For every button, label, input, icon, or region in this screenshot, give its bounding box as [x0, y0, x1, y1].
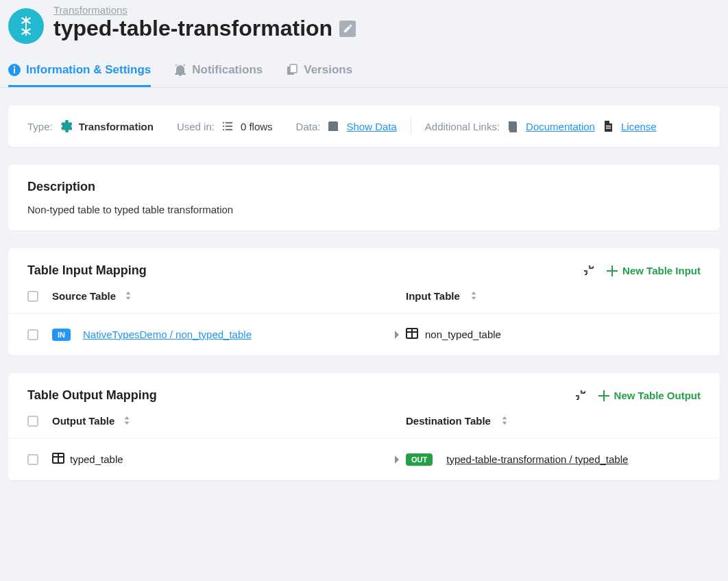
- type-value: Transformation: [79, 121, 154, 132]
- col-source-table[interactable]: Source Table: [52, 290, 388, 302]
- input-mapping-card: Table Input Mapping New Table Input Sour…: [8, 248, 720, 355]
- snowflake-logo-icon: [8, 8, 44, 44]
- page-title-text: typed-table-transformation: [53, 16, 332, 41]
- destination-table-link[interactable]: typed-table-transformation / typed_table: [446, 453, 628, 465]
- storage-icon: [327, 120, 339, 132]
- sort-icon: [120, 415, 131, 427]
- license-link[interactable]: License: [621, 121, 657, 132]
- output-mapping-heading: Table Output Mapping: [27, 388, 157, 403]
- edit-title-button[interactable]: [339, 21, 356, 37]
- list-icon: [221, 120, 234, 132]
- chevron-right-icon: [388, 330, 406, 340]
- data-label: Data:: [296, 121, 321, 132]
- tab-notifications[interactable]: Notifications: [174, 63, 263, 87]
- sort-icon: [467, 290, 478, 302]
- add-label: New Table Input: [622, 265, 701, 276]
- select-all-checkbox[interactable]: [27, 291, 38, 302]
- meta-card: Type: Transformation Used in: 0 flows Da…: [8, 106, 720, 147]
- used-in-value: 0 flows: [241, 121, 273, 132]
- table-icon: [406, 327, 418, 342]
- output-mapping-header-row: Output Table Destination Table: [27, 411, 701, 438]
- description-card: Description Non-typed table to typed tab…: [8, 165, 720, 230]
- type-label: Type:: [27, 121, 53, 132]
- sort-icon: [498, 415, 509, 427]
- out-badge: OUT: [406, 453, 433, 466]
- used-in-label: Used in:: [177, 121, 215, 132]
- input-mapping-heading: Table Input Mapping: [27, 263, 147, 278]
- tab-label: Versions: [304, 63, 352, 77]
- separator: [411, 118, 411, 134]
- new-table-input-button[interactable]: New Table Input: [606, 265, 701, 277]
- tab-label: Information & Settings: [26, 63, 151, 77]
- tabs-bar: Information & Settings Notifications Ver…: [0, 44, 728, 88]
- input-mapping-header-row: Source Table Input Table: [27, 286, 701, 313]
- output-mapping-card: Table Output Mapping New Table Output Ou…: [8, 373, 720, 480]
- page-title: typed-table-transformation: [53, 16, 356, 41]
- tab-label: Notifications: [192, 63, 263, 77]
- new-table-output-button[interactable]: New Table Output: [598, 390, 701, 402]
- table-icon: [52, 452, 64, 466]
- collapse-icon[interactable]: [583, 264, 594, 278]
- book-icon: [507, 120, 519, 132]
- row-checkbox[interactable]: [27, 329, 38, 340]
- page-header: Transformations typed-table-transformati…: [0, 0, 728, 44]
- collapse-icon[interactable]: [574, 389, 585, 403]
- col-output-table[interactable]: Output Table: [52, 415, 388, 427]
- row-checkbox[interactable]: [27, 454, 38, 465]
- bell-icon: [174, 64, 186, 76]
- show-data-link[interactable]: Show Data: [346, 121, 396, 132]
- file-icon: [602, 120, 614, 132]
- info-icon: [8, 64, 21, 76]
- col-destination-table[interactable]: Destination Table: [406, 415, 701, 427]
- description-text: Non-typed table to typed table transform…: [27, 204, 701, 215]
- documentation-link[interactable]: Documentation: [526, 121, 595, 132]
- input-mapping-row[interactable]: IN NativeTypesDemo / non_typed_table non…: [8, 313, 720, 355]
- source-table-link[interactable]: NativeTypesDemo / non_typed_table: [83, 329, 252, 340]
- gear-icon: [60, 120, 72, 132]
- output-mapping-row[interactable]: typed_table OUT typed-table-transformati…: [8, 438, 720, 480]
- in-badge: IN: [52, 329, 71, 341]
- plus-icon: [606, 265, 618, 277]
- sort-icon: [121, 290, 132, 302]
- output-table-name: typed_table: [70, 453, 123, 465]
- tab-versions[interactable]: Versions: [286, 63, 352, 87]
- chevron-right-icon: [388, 455, 406, 464]
- select-all-checkbox[interactable]: [27, 416, 38, 427]
- tab-information-settings[interactable]: Information & Settings: [8, 63, 151, 87]
- breadcrumb-parent[interactable]: Transformations: [53, 4, 356, 16]
- additional-links-label: Additional Links:: [425, 121, 500, 132]
- col-input-table[interactable]: Input Table: [406, 290, 701, 302]
- plus-icon: [598, 390, 610, 402]
- add-label: New Table Output: [614, 390, 701, 401]
- versions-icon: [286, 64, 298, 76]
- description-heading: Description: [27, 180, 701, 194]
- input-table-name: non_typed_table: [425, 329, 501, 340]
